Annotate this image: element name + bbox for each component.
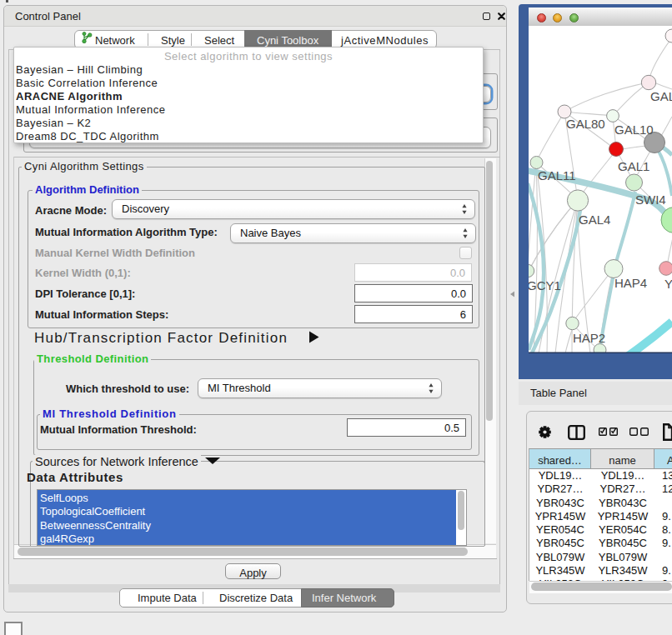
svg-text:GAL11: GAL11 [538, 168, 576, 182]
svg-text:Y: Y [664, 277, 672, 291]
svg-text:GAL1: GAL1 [618, 159, 649, 173]
svg-text:SWI4: SWI4 [635, 192, 666, 207]
svg-text:GAL4: GAL4 [579, 212, 610, 227]
svg-text:HAP4: HAP4 [614, 276, 647, 290]
svg-text:HAP2: HAP2 [573, 331, 605, 345]
svg-text:GAL: GAL [650, 89, 672, 103]
svg-text:GCY1: GCY1 [529, 278, 561, 292]
svg-text:GAL80: GAL80 [566, 117, 605, 131]
svg-text:GAL10: GAL10 [614, 122, 654, 137]
